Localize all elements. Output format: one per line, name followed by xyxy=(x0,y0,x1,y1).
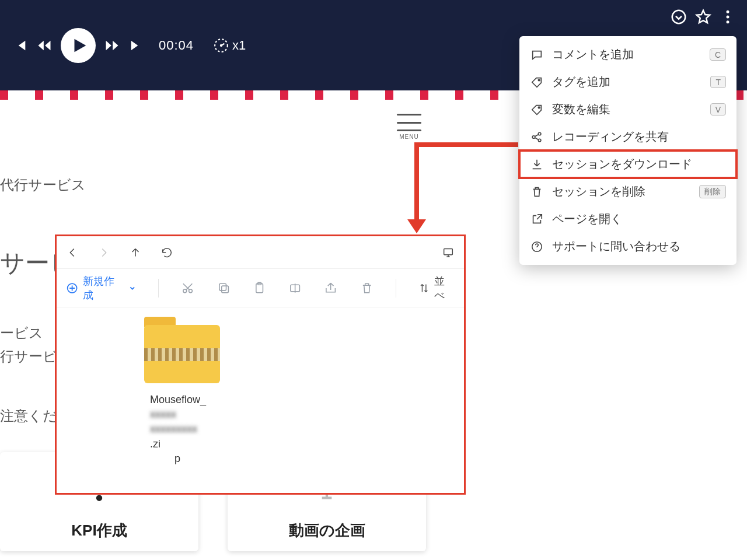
card-title: 動画の企画 xyxy=(289,520,365,541)
menu-label: セッションをダウンロード xyxy=(552,156,692,172)
menu-add-comment[interactable]: コメントを追加 C xyxy=(519,41,736,68)
svg-point-1 xyxy=(220,44,222,46)
star-icon[interactable] xyxy=(694,8,712,26)
menu-label: MENU xyxy=(397,134,421,140)
shortcut-key: C xyxy=(710,48,726,61)
paste-icon[interactable] xyxy=(253,281,266,295)
sort-button[interactable]: 並べ xyxy=(418,274,455,302)
rename-icon[interactable] xyxy=(288,281,302,295)
skip-back-icon[interactable] xyxy=(12,37,28,54)
file-item[interactable]: Mouseflow_xxxxx xxxxxxxxx.zi p xyxy=(74,325,167,466)
svg-rect-19 xyxy=(221,286,228,293)
share-icon[interactable] xyxy=(324,281,337,295)
delete-icon[interactable] xyxy=(360,281,374,295)
svg-point-7 xyxy=(96,495,102,501)
play-button[interactable] xyxy=(61,28,96,63)
svg-point-10 xyxy=(538,106,540,108)
menu-label: タグを追加 xyxy=(552,74,610,90)
menu-label: 変数を編集 xyxy=(552,102,610,117)
menu-add-tag[interactable]: タグを追加 T xyxy=(519,68,736,96)
svg-point-9 xyxy=(538,79,540,80)
menu-label: レコーディングを共有 xyxy=(552,129,669,145)
file-explorer-window: 新規作成 並べ Mouseflow_xxxxx xxxxxxxxx.zi p xyxy=(55,235,466,495)
menu-label: サポートに問い合わせる xyxy=(552,239,680,254)
menu-open-page[interactable]: ページを開く xyxy=(519,205,736,233)
player-time: 00:04 xyxy=(159,38,194,53)
comment-icon xyxy=(530,48,544,62)
annotation-arrow xyxy=(414,142,419,225)
cut-icon[interactable] xyxy=(181,281,194,295)
text-fragment: 注意くだ xyxy=(0,407,57,425)
menu-edit-vars[interactable]: 変数を編集 V xyxy=(519,96,736,123)
new-button[interactable]: 新規作成 xyxy=(66,274,136,302)
refresh-icon[interactable] xyxy=(160,246,173,259)
svg-point-5 xyxy=(727,20,729,23)
menu-label: セッションを削除 xyxy=(552,184,645,200)
menu-contact-support[interactable]: サポートに問い合わせる xyxy=(519,233,736,260)
svg-point-2 xyxy=(672,10,686,24)
shortcut-key: V xyxy=(710,103,726,116)
back-icon[interactable] xyxy=(66,246,79,259)
trash-icon xyxy=(530,185,544,199)
card-title: KPI作成 xyxy=(71,520,127,541)
svg-rect-15 xyxy=(444,249,453,254)
monitor-icon[interactable] xyxy=(442,246,455,259)
svg-point-4 xyxy=(727,16,729,19)
svg-rect-20 xyxy=(219,284,226,290)
tag-icon xyxy=(530,103,544,117)
annotation-arrowhead xyxy=(407,219,426,233)
file-name: Mouseflow_xxxxx xxxxxxxxx.zi p xyxy=(144,393,167,466)
menu-label: ページを開く xyxy=(552,211,622,227)
kebab-menu-icon[interactable] xyxy=(719,8,736,26)
tag-icon xyxy=(530,75,544,89)
sort-label: 並べ xyxy=(434,274,455,302)
share-icon xyxy=(530,130,544,144)
menu-label: コメントを追加 xyxy=(552,47,634,62)
svg-point-3 xyxy=(727,10,729,13)
help-icon xyxy=(530,240,544,254)
new-label: 新規作成 xyxy=(83,274,124,302)
copy-icon[interactable] xyxy=(217,281,231,295)
rewind-icon[interactable] xyxy=(36,37,53,54)
skip-forward-icon[interactable] xyxy=(128,37,145,54)
explorer-nav xyxy=(57,236,464,269)
chevron-circle-icon[interactable] xyxy=(670,8,687,26)
zip-folder-icon xyxy=(144,325,220,383)
menu-delete-session[interactable]: セッションを削除 削除 xyxy=(519,178,736,205)
text-fragment: 代行サービス xyxy=(0,176,86,194)
shortcut-key: T xyxy=(710,76,726,88)
speed-label: x1 xyxy=(232,38,246,53)
speed-button[interactable]: x1 xyxy=(214,38,246,53)
explorer-body: Mouseflow_xxxxx xxxxxxxxx.zi p xyxy=(57,307,464,484)
menu-share-recording[interactable]: レコーディングを共有 xyxy=(519,123,736,150)
hamburger-menu[interactable]: MENU xyxy=(397,114,421,140)
open-icon xyxy=(530,212,544,226)
actions-dropdown: コメントを追加 C タグを追加 T 変数を編集 V レコーディングを共有 セッシ… xyxy=(519,36,736,265)
up-icon[interactable] xyxy=(129,246,142,259)
text-fragment: ービス xyxy=(0,324,43,342)
explorer-toolbar: 新規作成 並べ xyxy=(57,269,464,307)
annotation-arrow xyxy=(414,142,518,147)
menu-download-session[interactable]: セッションをダウンロード xyxy=(519,150,736,178)
download-icon xyxy=(530,158,544,172)
forward-icon[interactable] xyxy=(97,246,110,259)
fast-forward-icon[interactable] xyxy=(104,37,120,54)
shortcut-key: 削除 xyxy=(699,185,726,198)
text-fragment: 行サービ xyxy=(0,347,57,366)
